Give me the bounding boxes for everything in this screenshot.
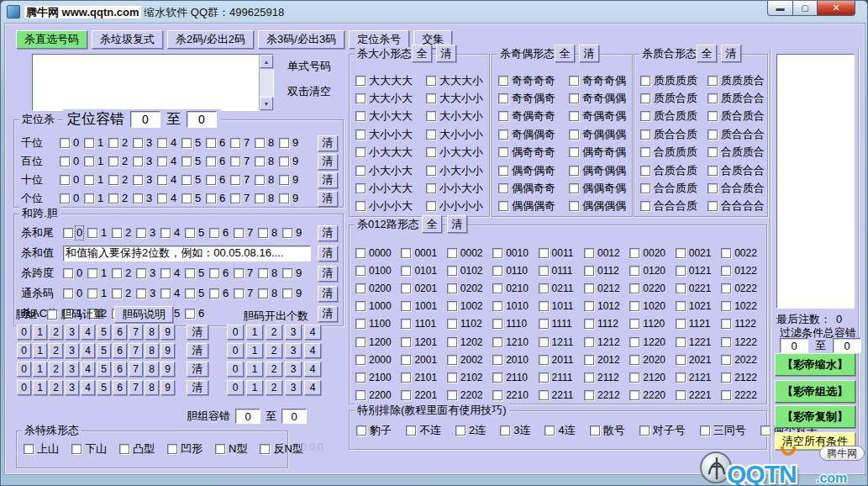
checkbox-item[interactable]: 质合质质 bbox=[640, 110, 708, 122]
checkbox-item[interactable]: 1110 bbox=[492, 318, 538, 330]
checkbox-item[interactable]: 质质质质 bbox=[640, 75, 708, 87]
dan-count-button[interactable]: 3 bbox=[285, 343, 302, 358]
checkbox-item[interactable]: 奇奇奇奇 bbox=[498, 75, 569, 87]
tab-kill-direct[interactable]: 杀直选号码 bbox=[16, 30, 87, 49]
dan-digit-button[interactable]: 4 bbox=[81, 380, 95, 395]
checkbox-item[interactable]: 质质合质 bbox=[640, 92, 708, 104]
checkbox-item[interactable]: 奇偶偶偶 bbox=[569, 129, 634, 140]
checkbox-item[interactable]: N型 bbox=[215, 443, 247, 455]
dan-digit-button[interactable]: 7 bbox=[129, 362, 143, 377]
checkbox-item[interactable]: 1010 bbox=[492, 300, 538, 312]
checkbox-item[interactable]: 1222 bbox=[721, 336, 766, 348]
tab-kill-2[interactable]: 杀2码/必出2码 bbox=[167, 30, 254, 49]
checkbox-item[interactable]: 奇偶奇偶 bbox=[569, 110, 634, 122]
clear-row-button[interactable]: 清 bbox=[318, 306, 338, 322]
checkbox-item[interactable]: 2010 bbox=[492, 354, 538, 366]
checkbox-item[interactable]: 小大大小 bbox=[426, 146, 492, 158]
checkbox-item[interactable]: 1 bbox=[84, 193, 108, 204]
select-all-button[interactable]: 全 bbox=[697, 45, 717, 62]
checkbox-item[interactable]: 7 bbox=[230, 174, 255, 186]
checkbox-item[interactable]: 5 bbox=[181, 156, 206, 167]
checkbox-item[interactable]: 豹子 bbox=[356, 425, 392, 436]
checkbox-item[interactable]: 合质合合 bbox=[708, 165, 770, 177]
checkbox-item[interactable]: 2202 bbox=[447, 389, 492, 401]
checkbox-item[interactable]: 3 bbox=[133, 137, 157, 149]
checkbox-item[interactable]: 6 bbox=[209, 227, 234, 239]
checkbox-item[interactable]: 2012 bbox=[584, 354, 629, 366]
dan-digit-button[interactable]: 9 bbox=[160, 362, 175, 377]
scroll-up-icon[interactable]: ▲ bbox=[260, 55, 273, 68]
dan-digit-button[interactable]: 9 bbox=[160, 325, 175, 340]
checkbox-item[interactable]: 凹形 bbox=[167, 443, 203, 455]
checkbox-item[interactable]: 2220 bbox=[629, 389, 675, 401]
checkbox-item[interactable]: 0122 bbox=[721, 265, 766, 277]
checkbox-item[interactable]: 大小大大 bbox=[355, 110, 426, 122]
checkbox-item[interactable]: 4连 bbox=[544, 425, 575, 436]
position-tolerance-to-input[interactable] bbox=[187, 111, 217, 128]
checkbox-item[interactable]: 2连 bbox=[455, 425, 486, 436]
checkbox-item[interactable]: 0101 bbox=[401, 265, 446, 277]
checkbox-item[interactable]: 0 bbox=[60, 156, 84, 167]
dan-digit-button[interactable]: 3 bbox=[65, 380, 79, 395]
dan-digit-button[interactable]: 4 bbox=[81, 343, 95, 358]
checkbox-item[interactable]: 0 bbox=[63, 267, 87, 279]
dan-tolerance-from-input[interactable] bbox=[235, 409, 260, 424]
clear-row-button[interactable]: 清 bbox=[318, 135, 338, 151]
checkbox-item[interactable]: 4 bbox=[157, 193, 181, 204]
checkbox-item[interactable]: 9 bbox=[282, 267, 307, 279]
checkbox-item[interactable]: 5 bbox=[185, 227, 209, 239]
checkbox-item[interactable]: 2201 bbox=[401, 389, 446, 401]
checkbox-item[interactable]: 8 bbox=[258, 288, 282, 299]
checkbox-item[interactable]: 0120 bbox=[629, 265, 675, 277]
checkbox-item[interactable]: 大大小小 bbox=[426, 92, 492, 104]
checkbox-item[interactable]: 偶偶奇偶 bbox=[569, 182, 634, 194]
checkbox-item[interactable]: 0000 bbox=[355, 247, 401, 259]
dan-digit-button[interactable]: 2 bbox=[49, 362, 63, 377]
clear-row-button[interactable]: 清 bbox=[187, 325, 208, 340]
checkbox-item[interactable]: 奇偶奇奇 bbox=[498, 110, 569, 122]
checkbox-item[interactable]: 0022 bbox=[721, 247, 766, 259]
checkbox-item[interactable]: 2111 bbox=[539, 372, 584, 383]
dan-digit-button[interactable]: 7 bbox=[129, 380, 143, 395]
dan-digit-button[interactable]: 8 bbox=[145, 362, 159, 377]
checkbox-item[interactable]: 0112 bbox=[584, 265, 629, 277]
checkbox-item[interactable]: 4 bbox=[160, 267, 185, 279]
checkbox-item[interactable]: 大小小大 bbox=[355, 129, 426, 140]
dan-help-button[interactable]: 胆码说明 bbox=[114, 306, 173, 323]
clear-button[interactable]: 清 bbox=[721, 45, 741, 62]
kill-sum-input[interactable] bbox=[63, 246, 311, 261]
checkbox-item[interactable]: 1022 bbox=[721, 300, 766, 312]
checkbox-item[interactable]: 1 bbox=[87, 227, 112, 239]
checkbox-item[interactable]: 3 bbox=[133, 193, 157, 204]
dan-digit-button[interactable]: 2 bbox=[49, 325, 63, 340]
dan-count-button[interactable]: 1 bbox=[246, 325, 263, 340]
checkbox-item[interactable]: 奇奇偶奇 bbox=[498, 92, 569, 104]
checkbox-item[interactable]: 2102 bbox=[447, 372, 492, 383]
checkbox-item[interactable]: 合合质合 bbox=[708, 182, 770, 194]
checkbox-item[interactable]: 1 bbox=[84, 137, 108, 149]
checkbox-item[interactable]: 0102 bbox=[447, 265, 492, 277]
checkbox-item[interactable]: 偶偶偶偶 bbox=[569, 200, 634, 212]
checkbox-item[interactable]: 散号 bbox=[590, 425, 625, 436]
dan-count-button[interactable]: 2 bbox=[266, 343, 282, 358]
dan-digit-button[interactable]: 9 bbox=[160, 380, 175, 395]
checkbox-item[interactable]: 8 bbox=[258, 267, 282, 279]
checkbox-item[interactable]: 小大小大 bbox=[355, 165, 426, 177]
checkbox-item[interactable]: 1122 bbox=[721, 318, 766, 330]
checkbox-item[interactable]: 偶奇偶奇 bbox=[498, 165, 569, 177]
checkbox-item[interactable]: 5 bbox=[185, 288, 209, 299]
checkbox-item[interactable]: 1120 bbox=[629, 318, 675, 330]
clear-row-button[interactable]: 清 bbox=[318, 172, 338, 188]
checkbox-item[interactable]: 偶奇奇奇 bbox=[498, 146, 569, 158]
checkbox-item[interactable]: 偶偶奇奇 bbox=[498, 182, 569, 194]
select-all-button[interactable]: 全 bbox=[555, 45, 575, 62]
checkbox-item[interactable]: 9 bbox=[279, 137, 303, 149]
checkbox-item[interactable]: 2100 bbox=[355, 372, 401, 383]
checkbox-item[interactable]: 1202 bbox=[447, 336, 492, 348]
checkbox-item[interactable]: 0 bbox=[60, 137, 84, 149]
checkbox-item[interactable]: 4 bbox=[157, 137, 181, 149]
checkbox-item[interactable]: 3 bbox=[133, 156, 157, 167]
dan-digit-button[interactable]: 3 bbox=[65, 362, 79, 377]
checkbox-item[interactable]: 反N型 bbox=[260, 443, 302, 455]
clear-button[interactable]: 清 bbox=[579, 45, 599, 62]
